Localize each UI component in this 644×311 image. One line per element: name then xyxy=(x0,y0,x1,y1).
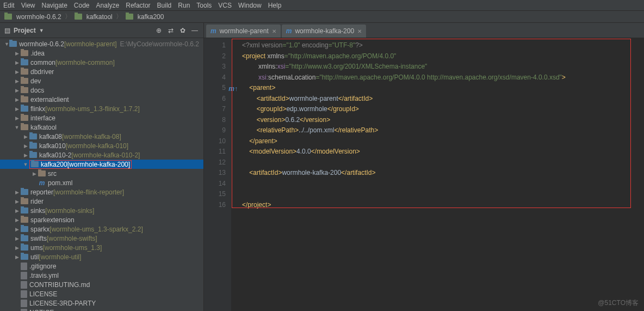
folder-icon xyxy=(21,106,28,112)
expand-icon[interactable]: ▶ xyxy=(13,254,21,260)
expand-icon[interactable]: ▶ xyxy=(13,60,21,65)
menu-build[interactable]: Build xyxy=(157,2,172,9)
tree-row[interactable]: ▶sparkx [wormhole-ums_1.3-sparkx_2.2] xyxy=(0,224,203,234)
dropdown-icon[interactable]: ▼ xyxy=(39,28,44,33)
expand-icon[interactable]: ▶ xyxy=(13,106,21,112)
folder-icon xyxy=(29,133,37,139)
breadcrumb-mid[interactable]: kafkatool xyxy=(86,13,113,21)
menu-refactor[interactable]: Refactor xyxy=(126,2,150,9)
expand-icon[interactable]: ▶ xyxy=(13,217,21,223)
expand-icon[interactable]: ▼ xyxy=(4,41,9,47)
maven-icon: m xyxy=(38,179,46,187)
tree-row[interactable]: ▶util [wormhole-util] xyxy=(0,252,203,261)
expand-icon[interactable]: ▶ xyxy=(22,143,29,149)
tree-row[interactable]: ▶common [wormhole-common] xyxy=(0,58,203,67)
folder-icon xyxy=(21,254,28,260)
close-icon[interactable]: ✕ xyxy=(357,28,362,34)
tree-row[interactable]: ▶interface xyxy=(0,113,203,123)
menu-analyze[interactable]: Analyze xyxy=(96,2,120,9)
menu-navigate[interactable]: Navigate xyxy=(41,2,67,9)
tree-row[interactable]: ▶docs xyxy=(0,86,203,95)
tree-row[interactable]: mpom.xml xyxy=(0,178,203,187)
folder-icon xyxy=(21,208,28,214)
menu-run[interactable]: Run xyxy=(178,2,190,9)
expand-icon[interactable]: ▶ xyxy=(30,171,38,176)
target-icon[interactable]: ⊕ xyxy=(154,26,163,35)
expand-icon[interactable]: ▶ xyxy=(13,97,21,102)
tree-row[interactable]: NOTICE xyxy=(0,308,203,311)
folder-icon xyxy=(21,124,28,130)
menu-vcs[interactable]: VCS xyxy=(218,2,232,9)
tree-row[interactable]: ▶ums [wormhole-ums_1.3] xyxy=(0,243,203,252)
tree-row[interactable]: LICENSE xyxy=(0,289,203,298)
expand-icon[interactable]: ▶ xyxy=(22,153,29,158)
expand-icon[interactable]: ▶ xyxy=(13,208,21,214)
collapse-icon[interactable]: — xyxy=(190,26,199,35)
expand-icon[interactable]: ▶ xyxy=(22,134,29,139)
settings-icon[interactable]: ⇄ xyxy=(166,26,175,35)
menu-bar: Edit View Navigate Code Analyze Refactor… xyxy=(0,0,644,11)
folder-icon xyxy=(21,59,28,65)
module-label: [wormhole-kafka-010-2] xyxy=(71,151,140,159)
expand-icon[interactable]: ▶ xyxy=(13,78,21,84)
expand-icon[interactable]: ▶ xyxy=(13,51,21,56)
tree-row[interactable]: CONTRIBUTING.md xyxy=(0,280,203,289)
folder-icon xyxy=(21,245,28,251)
tree-row[interactable]: ▶sinks [wormhole-sinks] xyxy=(0,206,203,215)
tree-row[interactable]: ▶flinkx [wormhole-ums_1.3-flinkx_1.7.2] xyxy=(0,104,203,113)
maven-icon: m xyxy=(210,27,216,35)
tree-row[interactable]: ▶kafka08 [wormhole-kafka-08] xyxy=(0,132,203,141)
menu-tools[interactable]: Tools xyxy=(196,2,212,9)
expand-icon[interactable]: ▶ xyxy=(13,69,21,75)
expand-icon[interactable]: ▶ xyxy=(13,199,21,204)
tab-wormhole-kafka-200[interactable]: m wormhole-kafka-200 ✕ xyxy=(282,25,366,38)
module-label: [wormhole-parent] xyxy=(64,40,117,48)
project-title[interactable]: Project xyxy=(14,27,36,34)
tree-row[interactable]: ▶sparkextension xyxy=(0,215,203,224)
gear-icon[interactable]: ✿ xyxy=(178,26,187,35)
tree-row[interactable]: LICENSE-3RD-PARTY xyxy=(0,298,203,308)
tree-label: kafka200 xyxy=(41,161,67,168)
tree-row[interactable]: ▶kafka010-2 [wormhole-kafka-010-2] xyxy=(0,150,203,160)
menu-window[interactable]: Window xyxy=(238,2,262,9)
menu-edit[interactable]: Edit xyxy=(3,2,15,9)
tree-label: kafka010-2 xyxy=(39,151,71,159)
tree-row[interactable]: ▶swifts [wormhole-swifts] xyxy=(0,234,203,243)
expand-icon[interactable]: ▼ xyxy=(22,162,29,167)
tree-row[interactable]: .gitignore xyxy=(0,261,203,271)
expand-icon[interactable]: ▼ xyxy=(13,125,21,130)
expand-icon[interactable]: ▶ xyxy=(13,88,21,93)
menu-code[interactable]: Code xyxy=(74,2,90,9)
tab-wormhole-parent[interactable]: m wormhole-parent ✕ xyxy=(206,25,281,38)
code-editor[interactable]: <?xml version="1.0" encoding="UTF-8"?> <… xyxy=(231,38,644,311)
close-icon[interactable]: ✕ xyxy=(272,28,276,34)
tree-row[interactable]: ▶kafka010 [wormhole-kafka-010] xyxy=(0,141,203,150)
tree-row[interactable]: ▶dev xyxy=(0,76,203,86)
expand-icon[interactable]: ▶ xyxy=(13,227,21,232)
tree-row[interactable]: ▶.idea xyxy=(0,48,203,58)
tree-row[interactable]: ▶src xyxy=(0,169,203,178)
tree-row[interactable]: ▼kafkatool xyxy=(0,123,203,132)
tree-label: dbdriver xyxy=(30,68,54,76)
tree-label: util xyxy=(30,253,39,261)
tree-row[interactable]: ▶reporter [wormhole-flink-reporter] xyxy=(0,187,203,197)
expand-icon[interactable]: ▶ xyxy=(13,245,21,251)
tree-label: flinkx xyxy=(30,105,45,113)
expand-icon[interactable]: ▶ xyxy=(13,190,21,195)
tree-row[interactable]: ▶externalclient xyxy=(0,95,203,104)
menu-view[interactable]: View xyxy=(21,2,35,9)
expand-icon[interactable]: ▶ xyxy=(13,115,21,121)
tree-row[interactable]: ▼wormhole-0.6.2 [wormhole-parent] E:\MyC… xyxy=(0,39,203,48)
line-gutter[interactable]: 12345m↑678910111213141516 xyxy=(204,38,231,311)
breadcrumb-root[interactable]: wormhole-0.6.2 xyxy=(16,13,61,21)
breadcrumb-leaf[interactable]: kafka200 xyxy=(138,13,164,21)
tree-row[interactable]: .travis.yml xyxy=(0,271,203,280)
tree-row[interactable]: ▶dbdriver xyxy=(0,67,203,76)
folder-icon xyxy=(21,87,28,93)
tree-row[interactable]: ▼kafka200 [wormhole-kafka-200] xyxy=(0,160,203,169)
tree-label: LICENSE xyxy=(29,290,57,298)
tree-row[interactable]: ▶rider xyxy=(0,197,203,206)
expand-icon[interactable]: ▶ xyxy=(13,236,21,241)
project-tree[interactable]: ▼wormhole-0.6.2 [wormhole-parent] E:\MyC… xyxy=(0,38,203,311)
menu-help[interactable]: Help xyxy=(268,2,282,9)
